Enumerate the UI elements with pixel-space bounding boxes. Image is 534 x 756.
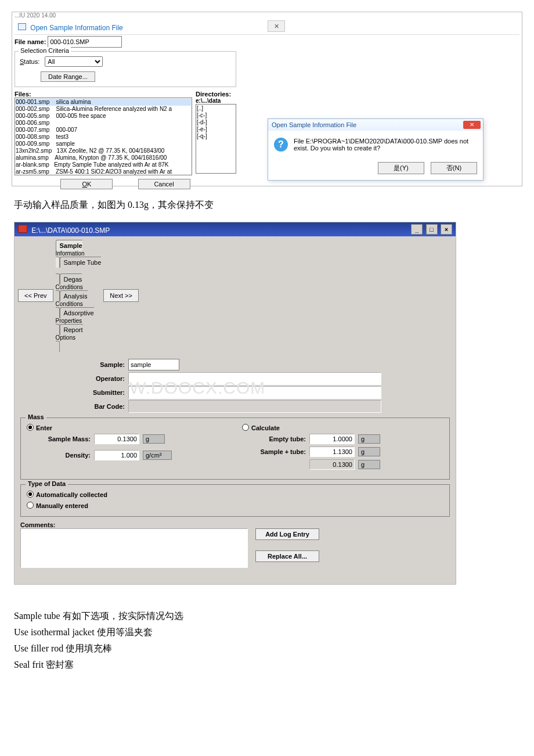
submitter-label: Submitter: <box>20 389 128 396</box>
window-title: E:\...\DATA\000-010.SMP <box>31 226 110 235</box>
footer-line-2: Use isothermal jacket 使用等温夹套 <box>14 624 520 640</box>
file-row[interactable]: 000-001.smp silica alumina <box>16 99 191 106</box>
file-row[interactable]: 13xn2ln2.smp 13X Zeolite, N2 @ 77.35 K, … <box>16 147 191 154</box>
density-unit: g/cm³ <box>143 451 172 460</box>
status-select[interactable]: All <box>45 56 103 67</box>
maximize-icon[interactable]: □ <box>426 224 438 235</box>
popup-title-text: Open Sample Information File <box>272 121 356 128</box>
barcode-input[interactable] <box>128 400 381 413</box>
calculate-radio-label: Calculate <box>251 424 280 431</box>
minimize-icon[interactable]: _ <box>411 224 423 235</box>
comments-textarea[interactable] <box>20 528 248 568</box>
sample-input[interactable] <box>128 359 179 370</box>
manually-entered-radio[interactable] <box>27 502 36 509</box>
popup-message: File E:\PROGRA~1\DEMO2020\DATA\000-010.S… <box>294 138 468 152</box>
auto-collected-label: Automatically collected <box>36 491 107 498</box>
dialog-title: Open Sample Information File <box>15 21 519 35</box>
dialog-x-icon[interactable]: ✕ <box>268 20 285 32</box>
status-label: SStatus:tatus: <box>20 58 39 65</box>
submitter-input[interactable] <box>128 386 381 399</box>
auto-collected-radio[interactable] <box>27 491 36 498</box>
comments-label: Comments: <box>20 521 56 528</box>
mass-panel: Mass Enter Sample Mass: g Density: g/cm³ <box>20 417 450 480</box>
density-label: Density: <box>27 452 91 459</box>
files-label: Files: <box>15 91 192 98</box>
prev-button[interactable]: << Prev <box>18 289 53 302</box>
confirmation-popup: Open Sample Information File ✕ ? File E:… <box>268 118 484 181</box>
dir-row[interactable]: [-d-] <box>197 119 235 126</box>
dir-row[interactable]: [-e-] <box>197 126 235 133</box>
dialog-title-text: Open Sample Information File <box>30 24 122 32</box>
sample-mass-input[interactable] <box>94 434 139 444</box>
tab-report[interactable]: ReportOptions <box>56 324 102 352</box>
popup-yes-button[interactable]: 是(Y) <box>378 162 424 174</box>
doc-icon <box>18 23 26 30</box>
mass-legend: Mass <box>26 413 46 420</box>
file-row[interactable]: ar-zsm5.smp ZSM-5 400:1 SiO2:Al2O3 analy… <box>16 168 191 175</box>
calc-result-readout <box>309 459 355 470</box>
open-sample-dialog: Open Sample Information File ✕ File name… <box>12 19 522 186</box>
footer-line-3: Use filler rod 使用填充棒 <box>14 640 520 657</box>
directories-listbox[interactable]: [..][-c-][-d-][-e-][-q-] <box>196 104 236 174</box>
sample-plus-tube-label: Sample + tube: <box>242 448 306 455</box>
file-row[interactable]: 000-009.smp sample <box>16 141 191 147</box>
filename-label: File name: <box>15 38 46 45</box>
file-row[interactable]: 000-008.smp test3 <box>16 134 191 141</box>
parent-title-fragment: ...IU 2020 14.00 <box>12 12 522 19</box>
popup-close-icon[interactable]: ✕ <box>463 121 481 129</box>
file-row[interactable]: ar-blank.smp Empty Sample Tube analyzed … <box>16 161 191 168</box>
directories-path: e:\...\data <box>196 98 236 104</box>
operator-label: Operator: <box>20 375 128 382</box>
files-listbox[interactable]: 000-001.smp silica alumina000-002.smp Si… <box>15 98 192 175</box>
popup-no-button[interactable]: 否(N) <box>431 162 477 174</box>
footer-line-1: Sample tube 有如下选项，按实际情况勾选 <box>14 608 520 624</box>
operator-input[interactable] <box>128 372 381 385</box>
file-row[interactable]: 000-002.smp Silica-Alumina Reference ana… <box>16 106 191 113</box>
calc-result-unit: g <box>358 460 380 469</box>
sample-mass-label: Sample Mass: <box>27 435 91 442</box>
type-of-data-legend: Type of Data <box>26 480 68 487</box>
footer-line-4: Seal frit 密封塞 <box>14 657 520 673</box>
density-input[interactable] <box>94 450 139 460</box>
caption-text-1: 手动输入样品质量，如图为 0.13g，其余保持不变 <box>14 199 520 211</box>
manually-entered-label: Manually entered <box>36 502 88 509</box>
empty-tube-label: Empty tube: <box>242 435 306 442</box>
sample-label: Sample: <box>20 361 128 368</box>
sample-mass-unit: g <box>143 434 165 444</box>
filename-input[interactable] <box>48 36 122 48</box>
calculate-radio[interactable] <box>242 424 251 431</box>
replace-all-button[interactable]: Replace All... <box>255 550 319 562</box>
sample-plus-tube-unit: g <box>358 447 380 456</box>
window-app-icon <box>18 225 27 233</box>
enter-radio-label: Enter <box>36 424 52 431</box>
dir-row[interactable]: [-c-] <box>197 112 235 119</box>
enter-radio[interactable] <box>27 424 36 431</box>
ok-button[interactable]: OK <box>60 179 113 189</box>
file-row[interactable]: 000-007.smp 000-007 <box>16 127 191 134</box>
sample-plus-tube-input[interactable] <box>309 447 355 457</box>
cancel-button[interactable]: Cancel <box>138 179 190 189</box>
file-row[interactable]: 000-005.smp 000-005 free space <box>16 113 191 120</box>
add-log-entry-button[interactable]: Add Log Entry <box>255 528 319 540</box>
empty-tube-unit: g <box>358 434 380 444</box>
file-row[interactable]: alumina.smp Alumina, Krypton @ 77.35 K, … <box>16 154 191 161</box>
selection-criteria-group: Selection Criteria SStatus:tatus: All Da… <box>15 51 236 87</box>
date-range-button[interactable]: Date Range... <box>41 71 95 82</box>
directories-label: Directories: <box>196 91 236 98</box>
dir-row[interactable]: [..] <box>197 105 235 112</box>
barcode-label: Bar Code: <box>20 403 128 410</box>
dir-row[interactable]: [-q-] <box>197 133 235 140</box>
close-icon[interactable]: × <box>441 224 452 235</box>
file-row[interactable]: 000-006.smp <box>16 120 191 127</box>
selection-criteria-legend: Selection Criteria <box>19 47 71 54</box>
type-of-data-panel: Type of Data Automatically collected Man… <box>20 484 450 517</box>
sample-info-window: E:\...\DATA\000-010.SMP _ □ × << Prev Sa… <box>14 222 456 585</box>
next-button[interactable]: Next >> <box>103 289 139 302</box>
empty-tube-input[interactable] <box>309 434 355 444</box>
question-icon: ? <box>274 138 288 152</box>
